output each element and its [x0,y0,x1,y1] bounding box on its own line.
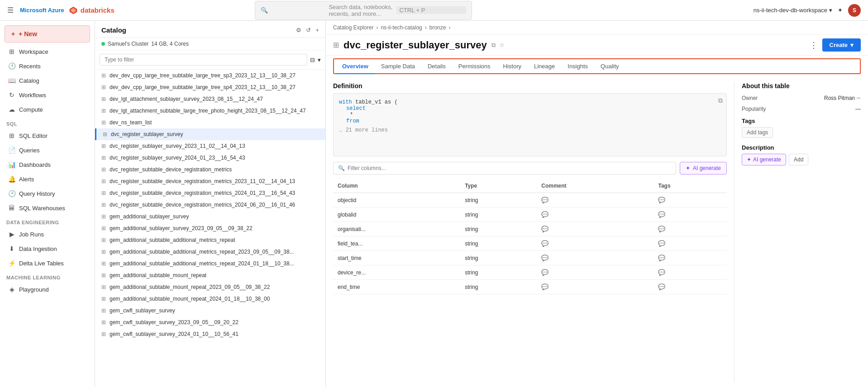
add-catalog-icon[interactable]: + [315,27,319,33]
col-header-column: Column [333,179,460,193]
comment-icon[interactable]: 💬 [541,197,548,203]
sidebar-item-query-history[interactable]: 🕑 Query History [2,187,93,200]
breadcrumb-part3[interactable]: bronze [429,24,446,31]
sidebar-item-job-runs[interactable]: ▶ Job Runs [2,227,93,241]
table-row-icon: ⊞ [101,225,106,231]
breadcrumb-sep2: › [425,24,427,31]
tag-icon[interactable]: 💬 [658,269,665,276]
tag-icon[interactable]: 💬 [658,240,665,247]
catalog-list-item[interactable]: ⊞dvc_register_subtable_device_registrati… [95,175,325,187]
catalog-list-item[interactable]: ⊞gem_additional_sublayer_survey [95,211,325,222]
sidebar-item-delta-live[interactable]: ⚡ Delta Live Tables [2,256,93,270]
tag-icon[interactable]: 💬 [658,226,665,232]
tab-permissions[interactable]: Permissions [452,59,497,74]
sidebar-item-queries[interactable]: 📄 Queries [2,143,93,157]
catalog-list-item[interactable]: ⊞dvc_register_sublayer_survey [95,128,325,140]
tab-history[interactable]: History [497,59,528,74]
comment-icon[interactable]: 💬 [541,255,548,261]
tab-details[interactable]: Details [421,59,452,74]
catalog-list-item[interactable]: ⊞dev_dev_cpp_large_tree_subtable_large_t… [95,70,325,81]
col-name: organisati... [333,222,460,236]
table-row-icon: ⊞ [101,284,106,290]
create-button[interactable]: Create ▾ [822,38,861,52]
sidebar-item-workspace[interactable]: ⊞ Workspace [2,45,93,58]
star-title-icon[interactable]: ☆ [499,42,505,48]
tag-icon[interactable]: 💬 [658,255,665,261]
catalog-list-item[interactable]: ⊞gem_additional_subtable_additional_metr… [95,258,325,269]
sidebar-item-dashboards[interactable]: 📊 Dashboards [2,158,93,171]
breadcrumb-sep1: › [376,24,378,31]
catalog-list-item[interactable]: ⊞gem_additional_subtable_mount_repeat [95,269,325,281]
breadcrumb-part2[interactable]: ns-ii-tech-catalog [381,24,422,31]
catalog-list-item[interactable]: ⊞dev_lgt_attachment_subtable_large_tree_… [95,105,325,117]
catalog-list-item[interactable]: ⊞gem_cwfl_sublayer_survey [95,305,325,316]
queries-icon: 📄 [8,146,15,154]
tab-lineage[interactable]: Lineage [528,59,561,74]
filter-icon[interactable]: ⊟ [310,57,315,63]
sidebar-item-sql-warehouses[interactable]: 🏛 SQL Warehouses [2,201,93,215]
ai-generate-desc-button[interactable]: ✦ AI generate [742,154,786,165]
catalog-list-item[interactable]: ⊞gem_additional_subtable_mount_repeat_20… [95,281,325,293]
catalog-filter-row: ⊟ ▾ [95,50,325,70]
tag-icon[interactable]: 💬 [658,283,665,290]
catalog-list-item[interactable]: ⊞gem_cwfl_sublayer_survey_2024_01_10__10… [95,328,325,340]
table-row-icon: ⊞ [101,249,106,255]
more-options-icon[interactable]: ⋮ [810,40,818,50]
add-desc-button[interactable]: Add [789,154,808,165]
catalog-list-item[interactable]: ⊞dvc_register_subtable_device_registrati… [95,164,325,175]
refresh-icon[interactable]: ↺ [306,27,311,33]
tags-section: Tags Add tags [742,118,861,138]
sidebar-item-recents[interactable]: 🕐 Recents [2,59,93,73]
search-bar[interactable]: 🔍 Search data, notebooks, recents, and m… [255,1,472,20]
sidebar-item-workflows[interactable]: ↻ Workflows [2,88,93,102]
sidebar-item-sql-editor[interactable]: ⊞ SQL Editor [2,129,93,142]
comment-icon[interactable]: 💬 [541,269,548,276]
tab-quality[interactable]: Quality [594,59,625,74]
catalog-list-item[interactable]: ⊞dvc_register_subtable_device_registrati… [95,187,325,199]
new-button[interactable]: + + New [5,25,90,42]
catalog-list-item[interactable]: ⊞gem_additional_subtable_additional_metr… [95,234,325,246]
columns-filter-input[interactable] [348,165,671,171]
edit-owner-icon[interactable]: ✏ [857,95,861,101]
breadcrumb-part1[interactable]: Catalog Explorer [333,24,373,31]
catalog-list-item[interactable]: ⊞gem_additional_sublayer_survey_2023_09_… [95,222,325,234]
description-section: Description ✦ AI generate Add [742,144,861,165]
copy-title-icon[interactable]: ⧉ [491,42,496,49]
comment-icon[interactable]: 💬 [541,283,548,290]
add-tags-button[interactable]: Add tags [742,127,773,138]
tag-icon[interactable]: 💬 [658,211,665,218]
catalog-list-item[interactable]: ⊞dvc_register_subtable_device_registrati… [95,199,325,211]
databricks-logo: databricks [69,6,114,15]
catalog-filter-input[interactable] [100,54,307,66]
comment-icon[interactable]: 💬 [541,226,548,232]
catalog-list-item[interactable]: ⊞dev_lgt_attachment_sublayer_survey_2023… [95,93,325,105]
sidebar-item-data-ingestion[interactable]: ⬇ Data Ingestion [2,242,93,255]
tab-insights[interactable]: Insights [561,59,594,74]
ai-icon: ✦ [686,165,690,171]
filter-chevron[interactable]: ▾ [318,57,321,63]
sidebar-item-compute[interactable]: ☁ Compute [2,103,93,116]
ai-generate-button[interactable]: ✦ AI generate [680,162,727,175]
catalog-list-item[interactable]: ⊞gem_additional_subtable_additional_metr… [95,246,325,258]
comment-icon[interactable]: 💬 [541,211,548,218]
tab-sample-data[interactable]: Sample Data [375,59,421,74]
catalog-list-item[interactable]: ⊞dev_ns_team_list [95,117,325,128]
sidebar-item-alerts[interactable]: 🔔 Alerts [2,172,93,186]
sidebar-item-catalog[interactable]: 📖 Catalog [2,74,93,87]
catalog-list-item[interactable]: ⊞gem_cwfl_sublayer_survey_2023_09_05__09… [95,316,325,328]
settings-icon[interactable]: ⚙ [296,27,301,33]
workspace-selector[interactable]: ns-ii-tech-dev-db-workspace ▾ [754,7,832,14]
comment-icon[interactable]: 💬 [541,240,548,247]
tag-icon[interactable]: 💬 [658,197,665,203]
catalog-list-item[interactable]: ⊞dvc_register_sublayer_survey_2024_01_23… [95,152,325,164]
avatar[interactable]: S [848,4,861,17]
catalog-list-item[interactable]: ⊞gem_additional_subtable_mount_repeat_20… [95,293,325,305]
tab-overview[interactable]: Overview [336,59,375,74]
copy-code-icon[interactable]: ⧉ [718,97,723,104]
sidebar-item-playground[interactable]: ◈ Playground [2,283,93,296]
title-icons: ⧉ ☆ [491,42,505,49]
catalog-list-item[interactable]: ⊞dev_dev_cpp_large_tree_subtable_large_t… [95,81,325,93]
star-icon[interactable]: ✦ [838,7,843,14]
catalog-list-item[interactable]: ⊞dvc_register_sublayer_survey_2023_11_02… [95,140,325,152]
hamburger-icon[interactable]: ☰ [7,6,14,14]
